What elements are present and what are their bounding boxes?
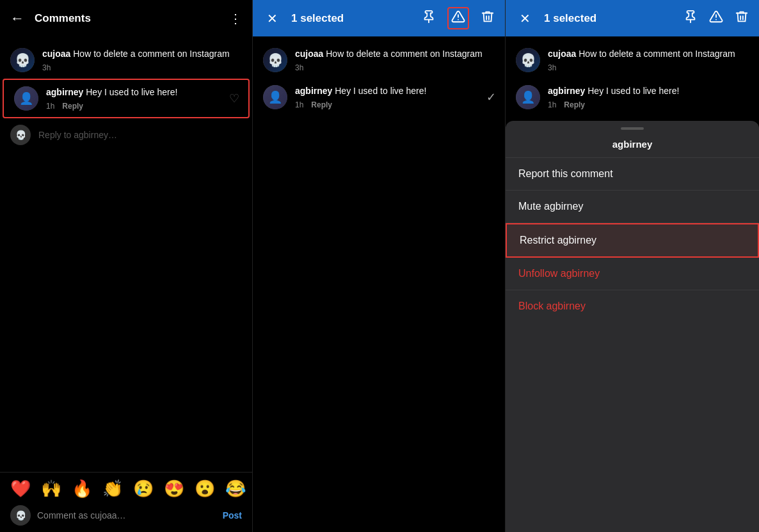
post-comment-row: 💀 cujoaa How to delete a comment on Inst… [0, 42, 252, 79]
sheet-item-mute[interactable]: Mute agbirney [506, 191, 759, 223]
comment-input-row: 💀 Comment as cujoaa… Post [10, 505, 242, 526]
selected-comment-text: agbirney Hey I used to live here! [46, 86, 238, 99]
emoji-heart[interactable]: ❤️ [10, 479, 31, 499]
p3-comment-meta: 1h Reply [548, 100, 749, 109]
heart-icon[interactable]: ♡ [229, 91, 239, 106]
p3-header: ✕ 1 selected [506, 0, 759, 36]
selected-comment-meta: 1h Reply [46, 102, 238, 111]
post-button[interactable]: Post [223, 510, 242, 520]
post-comment-meta: 3h [42, 63, 242, 72]
p2-post-comment-content: How to delete a comment on Instagram [323, 49, 482, 59]
back-icon[interactable]: ← [10, 10, 24, 27]
emoji-fire[interactable]: 🔥 [72, 479, 92, 499]
comment-input-avatar: 💀 [10, 505, 31, 526]
delete-icon[interactable] [481, 10, 495, 27]
p3-comment-time: 1h [548, 100, 556, 109]
emoji-clap[interactable]: 👏 [102, 479, 123, 499]
p3-commenter-name: agbirney [548, 86, 585, 96]
p2-commenter-name: agbirney [295, 86, 332, 96]
p3-top-comments: 💀 cujoaa How to delete a comment on Inst… [506, 36, 759, 121]
close-icon[interactable]: ✕ [263, 11, 281, 26]
post-comment-content: How to delete a comment on Instagram [70, 49, 229, 59]
p3-post-author-name: cujoaa [548, 49, 576, 59]
comment-input-placeholder[interactable]: Comment as cujoaa… [37, 510, 216, 520]
p3-post-comment-time: 3h [548, 63, 556, 72]
p2-selected-comment-row[interactable]: 👤 agbirney Hey I used to live here! 1h R… [253, 79, 505, 116]
p2-comment-time: 1h [295, 100, 303, 109]
p3-post-comment-body: cujoaa How to delete a comment on Instag… [548, 48, 749, 72]
p3-selected-count-label: 1 selected [544, 12, 673, 25]
reply-input-placeholder[interactable]: Reply to agbirney… [38, 130, 117, 140]
emoji-hands[interactable]: 🙌 [41, 479, 61, 499]
emoji-laugh[interactable]: 😂 [225, 479, 246, 499]
sheet-handle [621, 127, 644, 130]
p2-comment-text: agbirney Hey I used to live here! [295, 85, 495, 98]
p2-comment-body: agbirney Hey I used to live here! 1h Rep… [295, 85, 495, 109]
emoji-row: ❤️ 🙌 🔥 👏 😢 😍 😮 😂 [10, 479, 242, 499]
p2-comment-meta: 1h Reply [295, 100, 495, 109]
commenter-name: agbirney [46, 87, 83, 97]
emoji-heart-eyes[interactable]: 😍 [164, 479, 184, 499]
reply-input-avatar: 💀 [10, 125, 31, 145]
reply-input-row: 💀 Reply to agbirney… [0, 118, 252, 152]
sheet-item-report[interactable]: Report this comment [506, 158, 759, 191]
commenter-avatar: 👤 [14, 86, 38, 111]
p3-header-actions [683, 10, 749, 27]
more-icon[interactable]: ⋮ [229, 11, 242, 26]
panel-comments: ← Comments ⋮ 💀 cujoaa How to delete a co… [0, 0, 253, 532]
p3-pin-icon[interactable] [683, 10, 698, 27]
sheet-item-unfollow[interactable]: Unfollow agbirney [506, 258, 759, 290]
sheet-title: agbirney [506, 134, 759, 157]
p2-reply-button[interactable]: Reply [311, 100, 332, 109]
p3-report-icon[interactable] [709, 10, 723, 27]
emoji-wow[interactable]: 😮 [195, 479, 215, 499]
panel-selected: ✕ 1 selected [253, 0, 506, 532]
comments-header: ← Comments ⋮ [0, 0, 252, 36]
report-icon[interactable] [447, 7, 469, 29]
post-author-name: cujoaa [42, 49, 70, 59]
bottom-sheet: agbirney Report this comment Mute agbirn… [506, 121, 759, 532]
emoji-cry[interactable]: 😢 [133, 479, 154, 499]
post-comment-time: 3h [42, 63, 51, 72]
p2-post-author-avatar: 💀 [263, 48, 287, 72]
p3-reply-button[interactable]: Reply [564, 100, 585, 109]
pin-icon[interactable] [422, 10, 436, 27]
selected-header: ✕ 1 selected [253, 0, 505, 36]
p3-delete-icon[interactable] [735, 10, 749, 27]
p3-comment-content: Hey I used to live here! [585, 86, 679, 96]
p3-comment-text: agbirney Hey I used to live here! [548, 85, 749, 98]
p3-post-comment-row: 💀 cujoaa How to delete a comment on Inst… [506, 42, 759, 79]
panel-actions: ✕ 1 selected [506, 0, 759, 532]
p2-post-comment-row: 💀 cujoaa How to delete a comment on Inst… [253, 42, 505, 79]
p2-post-comment-body: cujoaa How to delete a comment on Instag… [295, 48, 495, 72]
selected-comment-content: Hey I used to live here! [83, 87, 177, 97]
comments-list: 💀 cujoaa How to delete a comment on Inst… [0, 36, 252, 472]
selected-comment-row[interactable]: 👤 agbirney Hey I used to live here! 1h R… [3, 79, 250, 118]
selected-count-label: 1 selected [291, 12, 411, 25]
bottom-bar: ❤️ 🙌 🔥 👏 😢 😍 😮 😂 💀 Comment as cujoaa… Po… [0, 472, 252, 532]
panel2-content: 💀 cujoaa How to delete a comment on Inst… [253, 36, 505, 532]
p3-post-comment-content: How to delete a comment on Instagram [576, 49, 735, 59]
selected-comment-body: agbirney Hey I used to live here! 1h Rep… [46, 86, 238, 111]
page-title: Comments [35, 12, 229, 25]
selected-comment-time: 1h [46, 102, 54, 111]
p3-post-comment-meta: 3h [548, 63, 749, 72]
p2-commenter-avatar: 👤 [263, 85, 287, 109]
p3-comment-row: 👤 agbirney Hey I used to live here! 1h R… [506, 79, 759, 116]
post-comment-body: cujoaa How to delete a comment on Instag… [42, 48, 242, 72]
p2-post-comment-time: 3h [295, 63, 303, 72]
p3-comment-body: agbirney Hey I used to live here! 1h Rep… [548, 85, 749, 109]
sheet-item-restrict[interactable]: Restrict agbirney [506, 223, 759, 258]
p2-post-comment-meta: 3h [295, 63, 495, 72]
checkmark-icon: ✓ [486, 90, 496, 104]
p3-commenter-avatar: 👤 [516, 85, 540, 109]
post-comment-text: cujoaa How to delete a comment on Instag… [42, 48, 242, 61]
p2-post-comment-text: cujoaa How to delete a comment on Instag… [295, 48, 495, 61]
p2-comment-content: Hey I used to live here! [332, 86, 426, 96]
post-author-avatar: 💀 [10, 48, 35, 72]
p3-close-icon[interactable]: ✕ [516, 11, 534, 26]
p3-post-author-avatar: 💀 [516, 48, 540, 72]
sheet-item-block[interactable]: Block agbirney [506, 290, 759, 322]
p2-post-author-name: cujoaa [295, 49, 323, 59]
reply-button[interactable]: Reply [62, 102, 83, 111]
